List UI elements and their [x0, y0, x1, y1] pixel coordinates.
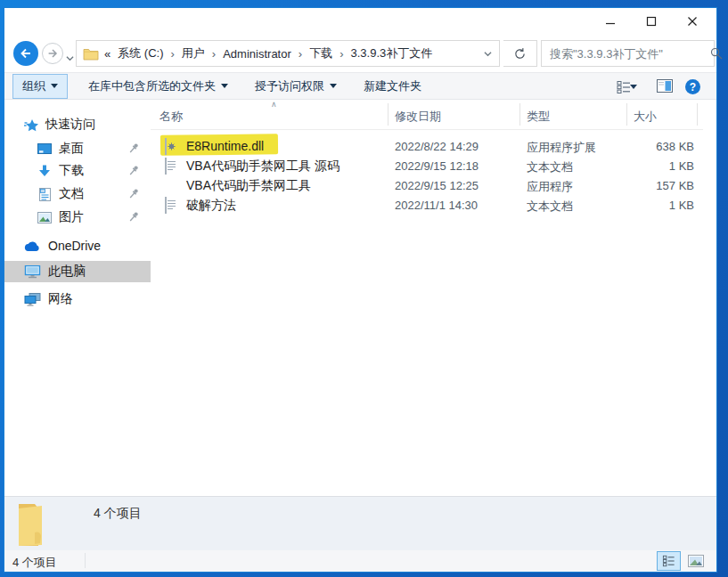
pin-icon: [128, 188, 140, 199]
sidebar-item-pictures[interactable]: 图片: [4, 207, 151, 228]
file-name: VBA代码助手禁网工具 源码: [186, 158, 339, 175]
breadcrumb-item-current-folder[interactable]: 3.3.9.3补丁文件: [345, 45, 438, 61]
close-icon: [687, 16, 698, 27]
sort-ascending-icon: ∧: [271, 100, 277, 109]
breadcrumb-separator-icon: ›: [297, 47, 304, 61]
command-toolbar: 组织 在库中包含所选的文件夹 授予访问权限 新建文件夹: [4, 72, 716, 100]
forward-button[interactable]: [42, 43, 63, 64]
organize-button[interactable]: 组织: [12, 74, 68, 99]
back-button[interactable]: [13, 41, 38, 66]
sidebar-item-label: 下载: [59, 163, 84, 179]
preview-pane-icon: [657, 79, 673, 93]
details-view-button[interactable]: [657, 551, 681, 571]
refresh-button[interactable]: [503, 40, 537, 67]
thumbnail-view-button[interactable]: [683, 551, 708, 571]
title-bar: [4, 8, 716, 35]
quick-access-star-icon: [24, 118, 38, 132]
organize-label: 组织: [22, 78, 45, 94]
grant-access-button[interactable]: 授予访问权限: [247, 75, 345, 98]
file-row-vba-source[interactable]: VBA代码助手禁网工具 源码 2022/9/15 12:18 文本文档 1 KB: [151, 156, 703, 175]
new-folder-button[interactable]: 新建文件夹: [356, 75, 429, 98]
breadcrumb-item-administrator[interactable]: Administrator: [217, 47, 297, 61]
breadcrumb-item-downloads[interactable]: 下载: [304, 45, 338, 61]
minimize-icon: [605, 16, 616, 27]
preview-pane-button[interactable]: [657, 79, 673, 95]
recent-locations-button[interactable]: [66, 49, 74, 65]
back-arrow-icon: [19, 46, 33, 61]
chevron-down-icon: [330, 84, 337, 88]
file-row-vba-tool[interactable]: VBA代码助手禁网工具 2022/9/15 12:25 应用程序 157 KB: [151, 175, 703, 195]
maximize-button[interactable]: [631, 8, 672, 35]
breadcrumb-item-drive[interactable]: 系统 (C:): [112, 45, 168, 61]
pin-icon: [128, 165, 140, 176]
sidebar-item-onedrive[interactable]: OneDrive: [4, 235, 151, 256]
sidebar-item-this-pc[interactable]: 此电脑: [4, 261, 151, 282]
forward-arrow-icon: [46, 47, 59, 60]
documents-icon: [37, 188, 52, 201]
column-header-date[interactable]: 修改日期: [395, 109, 441, 125]
sidebar-item-label: 快速访问: [45, 117, 95, 133]
change-view-button[interactable]: [617, 80, 637, 94]
file-row-e8runtime[interactable]: E8Runtime.dll 2022/8/22 14:29 应用程序扩展 638…: [151, 136, 703, 156]
status-divider: [85, 553, 86, 568]
navigation-sidebar: 快速访问 桌面 下载: [4, 100, 151, 496]
breadcrumb-separator-icon: ›: [169, 47, 176, 61]
pictures-icon: [37, 212, 52, 223]
sidebar-item-desktop[interactable]: 桌面: [4, 138, 151, 159]
address-bar[interactable]: « 系统 (C:) › 用户 › Administrator › 下载 › 3.…: [76, 40, 500, 67]
breadcrumb-item-users[interactable]: 用户: [176, 45, 210, 61]
breadcrumb-overflow[interactable]: «: [104, 47, 112, 61]
pin-icon: [128, 142, 140, 154]
search-input[interactable]: [542, 47, 710, 61]
sidebar-item-downloads[interactable]: 下载: [4, 160, 151, 182]
file-row-crack-method[interactable]: 破解方法 2022/11/1 14:30 文本文档 1 KB: [151, 195, 703, 215]
refresh-icon: [513, 47, 527, 61]
file-name: 破解方法: [186, 198, 236, 214]
address-dropdown-icon[interactable]: [484, 51, 492, 57]
minimize-button[interactable]: [590, 8, 631, 35]
column-divider[interactable]: [626, 103, 627, 126]
column-header-size[interactable]: 大小: [634, 109, 657, 125]
close-button[interactable]: [672, 8, 713, 35]
text-file-icon: [165, 158, 179, 173]
desktop-icon: [37, 143, 52, 155]
breadcrumb-separator-icon: ›: [210, 47, 217, 61]
column-divider[interactable]: [519, 103, 520, 126]
include-in-library-button[interactable]: 在库中包含所选的文件夹: [80, 75, 236, 98]
maximize-icon: [646, 16, 657, 27]
status-item-count: 4 个项目: [12, 555, 57, 571]
caption-buttons: [590, 8, 713, 35]
column-headers: ∧ 名称 修改日期 类型 大小: [151, 100, 716, 129]
file-name: E8Runtime.dll: [186, 139, 264, 153]
column-divider[interactable]: [697, 103, 698, 126]
sidebar-item-label: 图片: [59, 209, 84, 225]
sidebar-item-label: 桌面: [59, 141, 84, 157]
sidebar-item-network[interactable]: 网络: [4, 288, 151, 310]
toolbar-right-icons: ?: [617, 73, 700, 101]
onedrive-cloud-icon: [23, 240, 41, 252]
file-size: 638 KB: [596, 140, 694, 153]
sidebar-item-label: 此电脑: [48, 264, 86, 280]
help-button[interactable]: ?: [685, 79, 700, 94]
new-folder-label: 新建文件夹: [364, 78, 421, 94]
file-size: 1 KB: [596, 199, 694, 212]
navigation-bar: « 系统 (C:) › 用户 › Administrator › 下载 › 3.…: [4, 35, 716, 72]
sidebar-item-quick-access[interactable]: 快速访问: [4, 114, 151, 135]
pin-icon: [128, 211, 140, 223]
explorer-window: « 系统 (C:) › 用户 › Administrator › 下载 › 3.…: [4, 7, 717, 573]
downloads-icon: [37, 165, 52, 177]
column-header-name[interactable]: 名称: [160, 109, 183, 125]
thumbnail-view-icon: [688, 555, 704, 567]
sidebar-item-label: 文档: [59, 186, 84, 202]
column-header-type[interactable]: 类型: [527, 109, 550, 125]
column-divider[interactable]: [388, 103, 389, 126]
details-pane: 4 个项目: [4, 496, 716, 550]
search-box: [541, 40, 715, 67]
search-icon[interactable]: [710, 47, 723, 60]
file-name: VBA代码助手禁网工具: [186, 178, 311, 194]
chevron-down-icon: [66, 55, 74, 61]
file-type: 文本文档: [527, 199, 573, 215]
sidebar-item-label: 网络: [48, 291, 73, 307]
file-type: 应用程序扩展: [527, 140, 596, 156]
sidebar-item-documents[interactable]: 文档: [4, 183, 151, 205]
